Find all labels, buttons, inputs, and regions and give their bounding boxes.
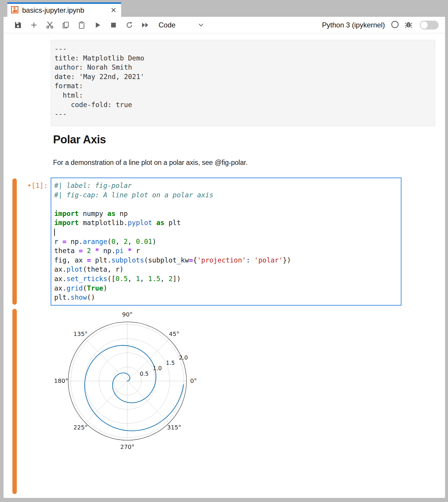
cell-type-dropdown[interactable]: Code [159, 21, 204, 29]
markdown-paragraph: For a demonstration of a line plot on a … [53, 159, 248, 167]
svg-text:1.5: 1.5 [166, 360, 175, 366]
copy-icon [62, 21, 70, 29]
svg-text:315°: 315° [167, 424, 181, 431]
svg-text:135°: 135° [73, 330, 88, 337]
save-button[interactable] [10, 19, 26, 31]
plus-icon [30, 21, 38, 29]
paste-cells-button[interactable] [74, 19, 90, 31]
svg-text:180°: 180° [54, 377, 68, 384]
notebook-toolbar: Code Python 3 (ipykernel) [4, 17, 445, 33]
execution-count-prompt: •[1]: [18, 182, 48, 189]
restart-kernel-button[interactable] [121, 19, 137, 31]
svg-text:225°: 225° [73, 424, 88, 431]
simple-mode-toggle[interactable] [420, 21, 439, 29]
jupyterlab-screenshot: { "tab": { "title": "basics-jupyter.ipyn… [0, 0, 448, 502]
copy-cells-button[interactable] [58, 19, 74, 31]
run-cell-button[interactable] [90, 19, 106, 31]
code-editor[interactable]: #| label: fig-polar#| fig-cap: A line pl… [51, 178, 401, 306]
kernel-name[interactable]: Python 3 (ipykernel) [322, 21, 385, 29]
restart-icon [126, 21, 133, 29]
tab-title: basics-jupyter.ipynb [22, 6, 106, 14]
raw-cell-text: --- title: Matplotlib Demo author: Norah… [55, 44, 431, 119]
add-cell-button[interactable] [26, 19, 42, 31]
svg-text:90°: 90° [122, 311, 132, 318]
scissors-icon [46, 21, 54, 29]
chevron-down-icon [198, 22, 204, 28]
cut-cells-button[interactable] [42, 19, 58, 31]
debugger-bug-icon[interactable] [404, 20, 413, 30]
tab-basics-jupyter[interactable]: basics-jupyter.ipynb ✕ [7, 2, 121, 17]
svg-text:2.0: 2.0 [179, 354, 188, 361]
cell-output: 0°45°90°135°180°225°270°315°0.51.01.52.0 [53, 308, 206, 455]
fast-forward-icon [141, 22, 149, 29]
save-icon [14, 21, 22, 29]
interrupt-kernel-button[interactable] [106, 19, 121, 31]
raw-cell[interactable]: --- title: Matplotlib Demo author: Norah… [51, 40, 435, 126]
page-title: Polar Axis [53, 133, 106, 146]
kernel-status-icon [391, 20, 399, 30]
stop-icon [110, 22, 117, 28]
close-icon[interactable]: ✕ [109, 6, 118, 14]
output-collapser[interactable] [12, 309, 17, 494]
svg-text:0°: 0° [190, 377, 197, 384]
cell-type-value: Code [159, 21, 175, 29]
svg-text:1.0: 1.0 [153, 365, 162, 371]
clipboard-icon [78, 21, 85, 29]
svg-text:0.5: 0.5 [140, 370, 149, 377]
notebook-icon [11, 6, 19, 15]
svg-text:45°: 45° [169, 330, 179, 337]
input-collapser[interactable] [12, 178, 17, 305]
restart-run-all-button[interactable] [137, 19, 153, 31]
polar-plot: 0°45°90°135°180°225°270°315°0.51.01.52.0 [53, 308, 206, 455]
svg-text:270°: 270° [120, 443, 134, 450]
run-icon [94, 22, 101, 29]
code-lines: #| label: fig-polar#| fig-cap: A line pl… [54, 181, 398, 302]
toggle-knob [421, 22, 428, 29]
